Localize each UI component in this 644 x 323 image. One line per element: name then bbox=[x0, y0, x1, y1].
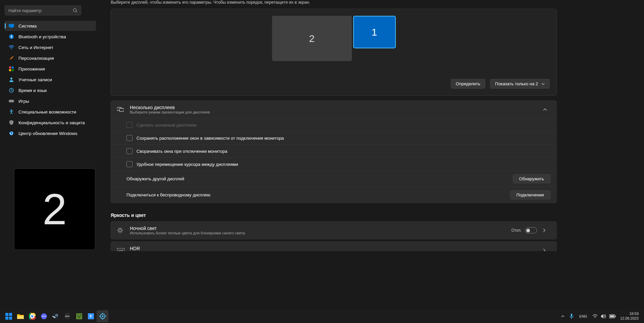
sidebar-item-personalization[interactable]: Персонализация bbox=[5, 53, 96, 63]
row-easy-cursor[interactable]: Удобное перемещение курсора между диспле… bbox=[111, 157, 556, 171]
svg-point-40 bbox=[42, 316, 43, 317]
sidebar-item-privacy[interactable]: Конфиденциальность и защита bbox=[5, 118, 96, 128]
svg-rect-59 bbox=[571, 314, 572, 317]
svg-line-23 bbox=[121, 232, 122, 232]
svg-rect-31 bbox=[9, 317, 12, 320]
sidebar-item-time-language[interactable]: Время и язык bbox=[5, 85, 96, 95]
row-detect-display: Обнаружить другой дисплей Обнаружить bbox=[111, 171, 556, 187]
sidebar-item-accessibility[interactable]: Специальные возможности bbox=[5, 107, 96, 117]
update-icon bbox=[9, 131, 14, 136]
sidebar-item-system[interactable]: Система bbox=[5, 21, 96, 31]
tray-battery-icon[interactable] bbox=[609, 310, 616, 322]
tray-language[interactable]: ENG bbox=[577, 314, 590, 318]
bluetooth-icon bbox=[9, 34, 14, 39]
tray-clock[interactable]: 18:59 12.09.2023 bbox=[618, 312, 641, 321]
svg-rect-8 bbox=[9, 69, 11, 71]
chevron-down-icon bbox=[541, 83, 545, 85]
tray-wifi-icon[interactable] bbox=[591, 310, 599, 322]
tray-volume-icon[interactable] bbox=[600, 310, 607, 322]
svg-rect-64 bbox=[615, 316, 616, 317]
display-identify-overlay: 2 bbox=[14, 168, 96, 250]
chevron-up-icon bbox=[543, 108, 550, 111]
start-button[interactable] bbox=[3, 310, 14, 322]
sidebar-label: Система bbox=[18, 24, 37, 29]
settings-content: Выберите дисплей, чтобы изменить его пар… bbox=[101, 0, 644, 251]
svg-point-5 bbox=[11, 48, 12, 49]
svg-rect-12 bbox=[9, 100, 14, 102]
svg-point-10 bbox=[10, 78, 12, 80]
taskbar-discord[interactable] bbox=[38, 310, 50, 322]
svg-line-22 bbox=[118, 228, 119, 229]
wifi-icon bbox=[9, 45, 14, 50]
sidebar-item-windows-update[interactable]: Центр обновления Windows bbox=[5, 128, 96, 138]
accessibility-icon bbox=[9, 109, 14, 114]
multiple-displays-expander: Несколько дисплеев Выберите режим презен… bbox=[111, 100, 557, 203]
night-light-toggle[interactable] bbox=[525, 227, 537, 233]
checkbox-remember-position[interactable] bbox=[126, 135, 132, 141]
row-remember-position[interactable]: Сохранять расположение окон в зависимост… bbox=[111, 131, 556, 144]
tray-chevron-up-icon[interactable] bbox=[559, 310, 567, 322]
svg-rect-48 bbox=[77, 315, 78, 316]
identify-button[interactable]: Определить bbox=[451, 79, 485, 89]
sidebar-item-bluetooth[interactable]: Bluetooth и устройства bbox=[5, 32, 96, 42]
svg-rect-3 bbox=[10, 27, 12, 28]
svg-text:EPIC: EPIC bbox=[65, 315, 70, 317]
sidebar-item-gaming[interactable]: Игры bbox=[5, 96, 96, 106]
checkbox-make-primary bbox=[126, 122, 132, 128]
sidebar-label: Специальные возможности bbox=[18, 109, 76, 114]
gamepad-icon bbox=[9, 98, 14, 104]
hdr-card[interactable]: HDR HDR Подробнее об HDR bbox=[111, 241, 557, 251]
svg-rect-63 bbox=[610, 315, 614, 317]
svg-point-0 bbox=[73, 9, 76, 12]
sidebar-label: Сеть и Интернет bbox=[18, 45, 53, 50]
checkbox-minimize-on-disconnect[interactable] bbox=[126, 148, 132, 154]
sidebar-label: Конфиденциальность и защита bbox=[18, 120, 85, 125]
svg-rect-50 bbox=[78, 316, 80, 318]
display-arrangement-panel: 2 1 Определить Показать только на 2 bbox=[111, 9, 557, 96]
search-icon bbox=[73, 8, 77, 13]
shield-icon bbox=[9, 120, 14, 125]
svg-rect-49 bbox=[80, 315, 81, 316]
row-minimize-on-disconnect[interactable]: Сворачивать окна при отключении монитора bbox=[111, 144, 556, 157]
chevron-right-icon bbox=[543, 248, 550, 251]
row-label: Подключиться к беспроводному дисплею bbox=[126, 192, 506, 197]
card-title: HDR bbox=[130, 246, 537, 251]
svg-rect-16 bbox=[119, 108, 124, 111]
hdr-icon: HDR bbox=[117, 248, 124, 251]
night-light-card[interactable]: Ночной свет Использовать более теплые цв… bbox=[111, 221, 557, 239]
svg-point-17 bbox=[119, 229, 121, 232]
svg-point-54 bbox=[102, 316, 103, 317]
tray-microphone-icon[interactable] bbox=[568, 310, 575, 322]
sidebar-item-apps[interactable]: Приложения bbox=[5, 64, 96, 74]
card-title: Ночной свет bbox=[130, 226, 505, 231]
svg-rect-32 bbox=[17, 316, 24, 319]
connect-button[interactable]: Подключение bbox=[510, 190, 550, 199]
checkbox-easy-cursor[interactable] bbox=[126, 161, 132, 167]
search-input[interactable] bbox=[8, 8, 73, 13]
svg-line-25 bbox=[121, 228, 122, 229]
sidebar-label: Персонализация bbox=[18, 56, 54, 61]
display-tile-1[interactable]: 1 bbox=[353, 16, 396, 48]
sidebar-item-network[interactable]: Сеть и Интернет bbox=[5, 42, 96, 52]
svg-rect-29 bbox=[9, 313, 12, 316]
sidebar-item-accounts[interactable]: Учетные записи bbox=[5, 75, 96, 85]
multiple-displays-header[interactable]: Несколько дисплеев Выберите режим презен… bbox=[111, 101, 556, 118]
search-input-wrapper[interactable] bbox=[5, 5, 81, 15]
sidebar-label: Bluetooth и устройства bbox=[18, 34, 66, 39]
taskbar-app-f[interactable]: F bbox=[85, 310, 97, 322]
display-mode-dropdown[interactable]: Показать только на 2 bbox=[490, 79, 550, 89]
sidebar-label: Игры bbox=[18, 99, 29, 104]
taskbar-epic[interactable]: EPIC bbox=[61, 310, 73, 322]
taskbar-file-explorer[interactable] bbox=[14, 310, 26, 322]
row-wireless-display: Подключиться к беспроводному дисплею Под… bbox=[111, 187, 556, 203]
display-tile-2[interactable]: 2 bbox=[272, 16, 352, 61]
sidebar-label: Время и язык bbox=[18, 88, 47, 93]
taskbar-settings[interactable] bbox=[97, 310, 108, 322]
svg-rect-9 bbox=[12, 69, 14, 71]
taskbar-steam[interactable] bbox=[50, 310, 61, 322]
taskbar-minecraft[interactable] bbox=[73, 310, 85, 322]
row-make-primary: Сделать основным дисплеем bbox=[111, 119, 556, 131]
detect-button[interactable]: Обнаружить bbox=[513, 174, 550, 183]
system-icon bbox=[9, 23, 14, 29]
taskbar-chrome[interactable] bbox=[26, 310, 38, 322]
